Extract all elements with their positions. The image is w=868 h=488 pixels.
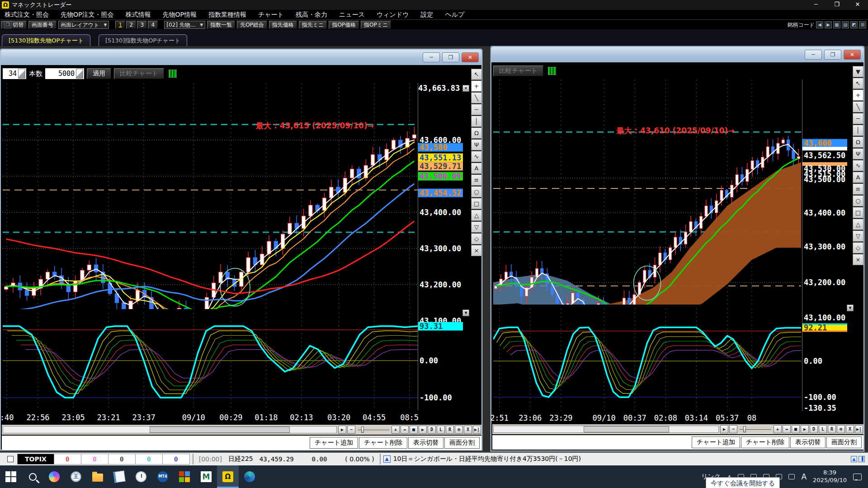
toolbar-button-先OP総合[interactable]: 先OP総合 <box>237 21 267 29</box>
chart-action-チャート追加[interactable]: チャート追加 <box>692 436 740 448</box>
scroll-button-↔[interactable]: ↔ <box>401 426 409 434</box>
toolbar-button-指数一覧[interactable]: 指数一覧 <box>207 21 235 29</box>
screen-layout-dropdown[interactable]: 画面レイアウト▼ <box>58 21 109 29</box>
toolbar-button-指先ミニ[interactable]: 指先ミニ <box>299 21 327 29</box>
rect-tool-icon[interactable]: □ <box>853 207 863 218</box>
chart-scrollbar[interactable] <box>3 426 337 433</box>
scroll-button-R[interactable]: R <box>446 426 454 434</box>
cursor-icon[interactable]: ↖ <box>853 78 863 89</box>
chart-action-チャート削除[interactable]: チャート削除 <box>741 436 789 448</box>
menu-item-先物OP情報[interactable]: 先物OP情報 <box>162 11 196 19</box>
taskbar-icon-start[interactable] <box>0 465 22 488</box>
scroll-button-−[interactable]: − <box>729 425 737 433</box>
tab-chart-1[interactable]: [5130]指数先物OPチャート <box>99 34 187 46</box>
menu-item-株式情報[interactable]: 株式情報 <box>125 11 151 19</box>
taskbar-icon-file-explorer[interactable] <box>87 465 108 488</box>
zoom-slider[interactable] <box>358 426 389 434</box>
toolbar-button-指OPミニ[interactable]: 指OPミニ <box>361 21 391 29</box>
scroll-button-R[interactable]: R <box>828 425 836 433</box>
switch-button[interactable]: ❐ 切替 <box>1 21 27 29</box>
left-oscillator-chart[interactable] <box>3 313 418 410</box>
left-price-chart[interactable]: 最大 : 43,615 (2025/09/10)→←最小 : 43,070 (2… <box>3 83 418 309</box>
scroll-button-⊕[interactable]: ⊕ <box>455 426 463 434</box>
close-button[interactable]: ✕ <box>847 0 868 10</box>
cursor-icon[interactable]: ↖ <box>471 69 482 80</box>
hline-tool-icon[interactable]: ─ <box>471 104 482 115</box>
vline-tool-icon[interactable]: │ <box>853 125 863 136</box>
spinner-arrows-icon[interactable] <box>76 69 83 79</box>
chart-action-表示切替[interactable]: 表示切替 <box>790 436 826 448</box>
scrollbar-thumb[interactable] <box>584 426 669 432</box>
screen-number-1[interactable]: 1 <box>115 21 125 29</box>
bars-spinner[interactable]: 34 <box>3 68 26 79</box>
scroll-button-↔[interactable]: ↔ <box>783 425 791 433</box>
scroll-button-▶[interactable]: ▶ <box>419 426 427 434</box>
menu-item-ヘルプ[interactable]: ヘルプ <box>445 11 465 19</box>
news-ticker[interactable]: 10日＝シンガポール・日経平均先物寄り付き4万3530円(－10円) <box>393 455 581 463</box>
diamond-tool-icon[interactable]: ◇ <box>471 233 482 244</box>
index-checkbox[interactable] <box>7 456 14 462</box>
toolbar-right-icon-4[interactable]: ◩ <box>850 21 858 28</box>
scroll-button-X[interactable]: X <box>464 426 472 434</box>
scroll-button-■[interactable]: ■ <box>410 426 418 434</box>
right-oscillator-chart[interactable] <box>493 308 801 411</box>
chart-action-チャート削除[interactable]: チャート削除 <box>359 437 407 449</box>
triangle-up-tool-icon[interactable]: △ <box>853 219 863 230</box>
scroll-button-X[interactable]: X <box>846 425 854 433</box>
meeting-tooltip[interactable]: 今すぐ会議を開始する <box>706 477 780 488</box>
triangle-down-tool-icon[interactable]: ▽ <box>471 221 482 233</box>
crosshair-icon[interactable]: + <box>471 80 482 92</box>
zoom-slider[interactable] <box>740 425 771 433</box>
scroll-button-L[interactable]: L <box>437 426 445 434</box>
right-price-chart[interactable]: 最大 : 43,610 (2025/09/10)→←最小 : 43,080 (2… <box>493 80 801 305</box>
taskbar-icon-monex-trader[interactable]: Ω <box>217 465 239 488</box>
menu-item-ウィンドウ[interactable]: ウィンドウ <box>377 11 409 19</box>
toolbar-right-icon-1[interactable]: ▶ <box>825 21 832 28</box>
menu-item-指数業種情報[interactable]: 指数業種情報 <box>208 11 246 19</box>
scroll-button-D[interactable]: D <box>810 425 818 433</box>
screen-number-button[interactable]: 画面番号 <box>28 21 57 29</box>
circle-tool-icon[interactable]: ○ <box>853 195 863 206</box>
left-window-titlebar[interactable]: ─ ❐ ✕ <box>1 50 481 65</box>
scroll-button-▶|[interactable]: ▶| <box>855 425 863 433</box>
menu-item-残高・余力[interactable]: 残高・余力 <box>296 11 327 19</box>
tray-keyboard-icon[interactable] <box>788 474 795 479</box>
pitchfork-icon[interactable]: Ψ <box>853 148 863 160</box>
toolbar-button-指OP価格[interactable]: 指OP価格 <box>329 21 359 29</box>
close-button[interactable]: ✕ <box>462 52 479 62</box>
trendline-icon[interactable]: ╲ <box>853 101 863 113</box>
crosshair-icon[interactable]: + <box>853 89 863 101</box>
vline-tool-icon[interactable]: │ <box>471 116 482 127</box>
taskbar-icon-office[interactable] <box>174 465 195 488</box>
restore-button[interactable]: ❐ <box>442 52 459 62</box>
taskbar-icon-clock-app[interactable] <box>130 465 152 488</box>
taskbar-icon-notepad[interactable] <box>108 465 130 488</box>
circle-tool-icon[interactable]: ○ <box>471 186 482 197</box>
restore-button[interactable]: ❐ <box>824 50 841 60</box>
chart-type-icon[interactable] <box>548 67 556 75</box>
scroll-button-⊕[interactable]: ⊕ <box>837 425 845 433</box>
screen-number-2[interactable]: 2 <box>126 21 136 29</box>
taskbar-icon-search[interactable] <box>22 465 43 488</box>
palette-dropdown-button[interactable]: ▼ <box>853 66 863 77</box>
scroll-up-icon[interactable]: ▲ <box>851 456 857 462</box>
trendline-icon[interactable]: ╲ <box>471 92 482 103</box>
chart-action-画面分割[interactable]: 画面分割 <box>444 437 480 449</box>
index-button[interactable]: TOPIX <box>17 454 54 465</box>
minimize-button[interactable]: ─ <box>423 52 440 62</box>
scroll-button-+[interactable]: + <box>392 426 400 434</box>
menu-item-株式注文・照会[interactable]: 株式注文・照会 <box>5 11 49 19</box>
slider-knob[interactable] <box>743 426 746 432</box>
taskbar-icon-security-app[interactable]: 王 <box>65 465 87 488</box>
menu-item-設定[interactable]: 設定 <box>421 11 434 19</box>
fib-tool-icon[interactable]: ≡ <box>471 174 482 186</box>
chart-action-表示切替[interactable]: 表示切替 <box>408 437 443 449</box>
text-tool-icon[interactable]: A <box>853 172 863 183</box>
triangle-up-tool-icon[interactable]: △ <box>471 210 482 221</box>
rect-tool-icon[interactable]: □ <box>471 198 482 209</box>
chart-action-画面分割[interactable]: 画面分割 <box>826 436 862 448</box>
notification-icon[interactable] <box>853 474 862 480</box>
taskbar-clock[interactable]: 8:39 2025/09/10 <box>813 469 847 484</box>
minimize-button[interactable]: ─ <box>806 0 826 10</box>
text-tool-icon[interactable]: A <box>471 163 482 174</box>
